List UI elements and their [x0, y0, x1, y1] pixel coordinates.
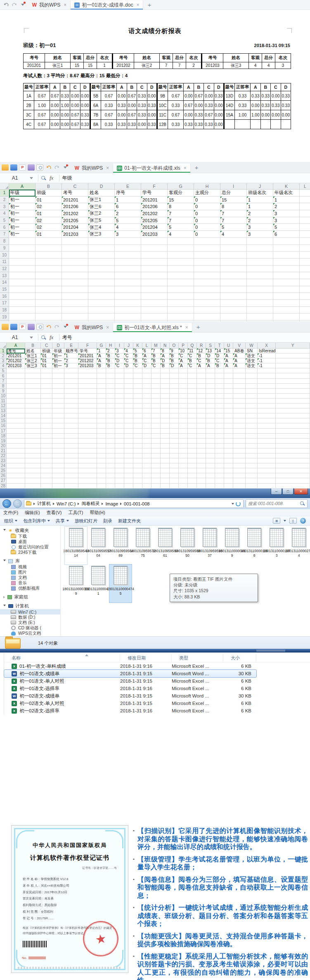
- cell-F19[interactable]: [141, 313, 168, 320]
- cell-C9[interactable]: [41, 389, 52, 394]
- row-header-21[interactable]: 21: [0, 448, 7, 453]
- cell-B6[interactable]: 02: [35, 224, 62, 231]
- cell-U13[interactable]: [224, 408, 233, 413]
- row-header-5[interactable]: 5: [0, 368, 7, 373]
- cell-F16[interactable]: [141, 293, 168, 300]
- cell-T9[interactable]: [215, 389, 224, 394]
- cell-G19[interactable]: [97, 439, 106, 444]
- cell-G21[interactable]: [97, 448, 106, 453]
- preview-pane-button[interactable]: ▯: [289, 518, 297, 524]
- cell-I17[interactable]: [115, 429, 124, 434]
- cell-L19[interactable]: [142, 439, 151, 444]
- cell-X24[interactable]: [258, 463, 276, 468]
- cell-T13[interactable]: [215, 408, 224, 413]
- cell-E15[interactable]: [64, 418, 78, 423]
- cell-T14[interactable]: [215, 413, 224, 418]
- cell-D3[interactable]: 初一: [52, 358, 64, 363]
- cell-X16[interactable]: [258, 423, 276, 428]
- cell-M4[interactable]: C: [151, 363, 161, 368]
- cell-H7[interactable]: [106, 379, 115, 384]
- close-button[interactable]: ✕: [294, 489, 308, 495]
- cell-D17[interactable]: [52, 429, 64, 434]
- cell-V1[interactable]: AB卷: [233, 349, 246, 354]
- cell-S22[interactable]: [206, 453, 215, 458]
- cell-T23[interactable]: [215, 458, 224, 463]
- cell-K26[interactable]: [133, 473, 142, 478]
- cell-K17[interactable]: [273, 300, 300, 307]
- cell-P9[interactable]: [179, 389, 188, 394]
- file-thumbnail[interactable]: 180131100004745: [109, 565, 132, 603]
- cell-B6[interactable]: [25, 373, 41, 378]
- toolbar-button[interactable]: 放映幻灯片: [75, 518, 97, 524]
- cell-G7[interactable]: 4: [168, 231, 194, 238]
- cell-P5[interactable]: [179, 368, 188, 373]
- cell-H16[interactable]: [106, 423, 115, 428]
- row-header-25[interactable]: 25: [0, 468, 7, 473]
- cell-T27[interactable]: [215, 478, 224, 483]
- cell-R19[interactable]: [197, 439, 206, 444]
- help-button[interactable]: ?: [300, 518, 306, 524]
- cell-U27[interactable]: [224, 478, 233, 483]
- cell-G6[interactable]: 5: [168, 224, 194, 231]
- cell-A14[interactable]: [7, 413, 25, 418]
- cell-H18[interactable]: [106, 434, 115, 439]
- cell-C6[interactable]: [41, 373, 52, 378]
- cell-N10[interactable]: [161, 394, 170, 399]
- row-header-13[interactable]: 13: [0, 272, 9, 279]
- print-preview-icon[interactable]: [36, 164, 43, 171]
- cell-O14[interactable]: [170, 413, 179, 418]
- cell-F12[interactable]: [78, 403, 97, 408]
- column-header-X[interactable]: X: [258, 343, 276, 349]
- cell-J23[interactable]: [124, 458, 133, 463]
- cell-Y13[interactable]: [276, 408, 310, 413]
- row-header-14[interactable]: 14: [0, 279, 9, 286]
- cell-A9[interactable]: [9, 245, 35, 252]
- row-header-3[interactable]: 3: [0, 203, 9, 210]
- cell-A7[interactable]: 初一: [9, 231, 35, 238]
- cell-K12[interactable]: [133, 403, 142, 408]
- cell-M3[interactable]: B: [151, 358, 161, 363]
- cell-F15[interactable]: [78, 418, 97, 423]
- cell-J12[interactable]: [124, 403, 133, 408]
- cell-F14[interactable]: [141, 279, 168, 286]
- cell-J2[interactable]: 1: [247, 197, 273, 204]
- cell-T3[interactable]: C: [215, 358, 224, 363]
- cell-C1[interactable]: 考号: [62, 190, 88, 197]
- close-tab-icon[interactable]: ×: [185, 325, 188, 330]
- cell-W20[interactable]: [246, 444, 258, 448]
- cell-O12[interactable]: [170, 403, 179, 408]
- row-header-16[interactable]: 16: [0, 423, 7, 428]
- cell-H18[interactable]: [194, 307, 220, 314]
- cell-R11[interactable]: [197, 399, 206, 403]
- cell-B14[interactable]: [25, 413, 41, 418]
- cell-T15[interactable]: [215, 418, 224, 423]
- cell-K5[interactable]: 3: [273, 217, 300, 224]
- cell-V7[interactable]: [233, 379, 246, 384]
- cell-G10[interactable]: [168, 252, 194, 259]
- cell-H17[interactable]: [106, 429, 115, 434]
- cell-O20[interactable]: [170, 444, 179, 448]
- cell-E20[interactable]: [64, 444, 78, 448]
- cell-D6[interactable]: 张三4: [88, 224, 115, 231]
- cell-G23[interactable]: [97, 458, 106, 463]
- cell-P13[interactable]: [179, 408, 188, 413]
- cell-Y26[interactable]: [276, 473, 310, 478]
- cell-X10[interactable]: [258, 394, 276, 399]
- cell-I14[interactable]: [220, 279, 247, 286]
- cell-H8[interactable]: [194, 238, 220, 245]
- cell-Q4[interactable]: C: [188, 363, 197, 368]
- cell-P14[interactable]: [179, 413, 188, 418]
- cell-B17[interactable]: [35, 300, 62, 307]
- cell-D8[interactable]: [88, 238, 115, 245]
- cell-O24[interactable]: [170, 463, 179, 468]
- cell-R27[interactable]: [197, 478, 206, 483]
- cell-E5[interactable]: [64, 368, 78, 373]
- cell-O13[interactable]: [170, 408, 179, 413]
- column-header-G[interactable]: G: [97, 343, 106, 349]
- cell-D28[interactable]: [52, 484, 64, 489]
- cell-N17[interactable]: [161, 429, 170, 434]
- cell-G3[interactable]: 8: [168, 203, 194, 210]
- cell-V24[interactable]: [233, 463, 246, 468]
- cell-X22[interactable]: [258, 453, 276, 458]
- cell-W22[interactable]: [246, 453, 258, 458]
